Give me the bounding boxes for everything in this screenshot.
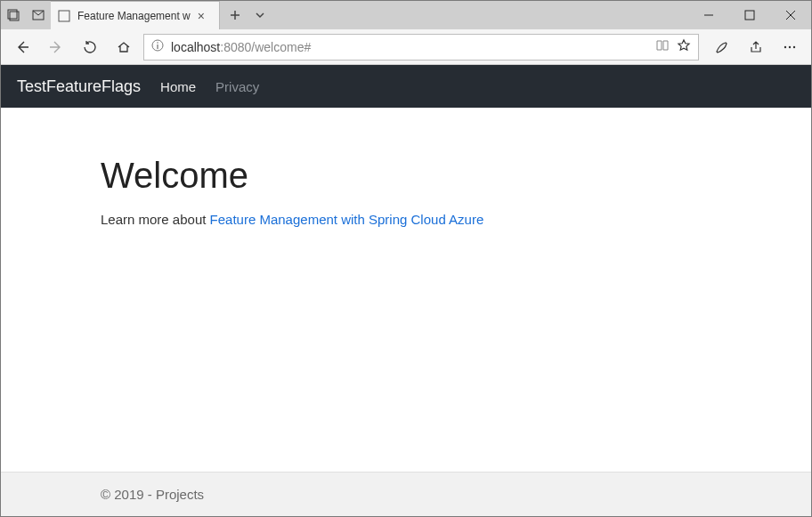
more-icon <box>782 39 798 55</box>
tab-close-button[interactable]: × <box>198 10 205 22</box>
app-navbar: TestFeatureFlags Home Privacy <box>1 65 811 108</box>
share-button[interactable] <box>742 33 770 61</box>
svg-point-9 <box>793 45 795 47</box>
brand[interactable]: TestFeatureFlags <box>17 77 141 96</box>
os-titlebar: Feature Management w × <box>1 1 811 29</box>
refresh-button[interactable] <box>76 33 104 61</box>
star-icon <box>677 38 691 53</box>
favorite-button[interactable] <box>677 38 691 55</box>
home-button[interactable] <box>110 33 138 61</box>
tab-actions <box>220 1 275 29</box>
site-info-button[interactable] <box>151 39 164 54</box>
tab-dropdown-button[interactable] <box>254 9 266 21</box>
maximize-button[interactable] <box>729 1 770 29</box>
back-button[interactable] <box>8 33 37 61</box>
pen-icon <box>714 39 730 55</box>
maximize-icon <box>744 10 755 20</box>
close-icon <box>785 10 796 20</box>
lead-link[interactable]: Feature Management with Spring Cloud Azu… <box>210 212 484 227</box>
lead-paragraph: Learn more about Feature Management with… <box>101 212 811 227</box>
url-text: localhost:8080/welcome# <box>171 40 311 54</box>
svg-point-8 <box>789 45 791 47</box>
arrow-left-icon <box>14 39 30 55</box>
browser-tab[interactable]: Feature Management w × <box>51 1 220 29</box>
notes-button[interactable] <box>708 33 736 61</box>
arrow-right-icon <box>48 39 64 55</box>
more-button[interactable] <box>775 33 804 61</box>
chevron-down-icon <box>254 9 266 21</box>
plus-icon <box>229 9 241 21</box>
page-icon <box>58 10 70 22</box>
share-icon <box>748 39 764 55</box>
url-host: localhost <box>171 40 220 54</box>
window-controls <box>688 1 811 29</box>
page-footer: © 2019 - Projects <box>1 472 811 516</box>
nav-link-home[interactable]: Home <box>160 79 196 94</box>
page-heading: Welcome <box>101 156 811 196</box>
forward-button[interactable] <box>42 33 70 61</box>
url-rest: :8080/welcome# <box>220 40 311 54</box>
minimize-button[interactable] <box>688 1 729 29</box>
info-icon <box>151 39 164 52</box>
svg-rect-4 <box>745 11 754 20</box>
svg-rect-3 <box>59 11 69 21</box>
footer-text: © 2019 - Projects <box>101 487 204 502</box>
set-aside-tabs[interactable] <box>1 1 26 29</box>
home-icon <box>116 39 132 55</box>
close-window-button[interactable] <box>770 1 811 29</box>
main-content: Welcome Learn more about Feature Managem… <box>1 108 811 472</box>
svg-point-6 <box>157 42 158 44</box>
reading-view-button[interactable] <box>655 38 670 55</box>
refresh-icon <box>82 39 98 55</box>
tabs-aside-list[interactable] <box>26 1 51 29</box>
toolbar-right <box>704 33 804 61</box>
tabs-list-icon <box>31 8 45 22</box>
nav-link-privacy[interactable]: Privacy <box>215 79 259 94</box>
svg-point-7 <box>784 45 786 47</box>
page-viewport: TestFeatureFlags Home Privacy Welcome Le… <box>1 65 811 516</box>
minimize-icon <box>703 10 714 20</box>
tab-title: Feature Management w <box>77 10 191 22</box>
new-tab-button[interactable] <box>229 9 241 21</box>
browser-toolbar: localhost:8080/welcome# <box>1 29 811 65</box>
reading-view-icon <box>655 38 670 53</box>
address-bar[interactable]: localhost:8080/welcome# <box>143 34 699 61</box>
lead-prefix: Learn more about <box>101 212 210 227</box>
set-aside-icon <box>6 8 20 22</box>
